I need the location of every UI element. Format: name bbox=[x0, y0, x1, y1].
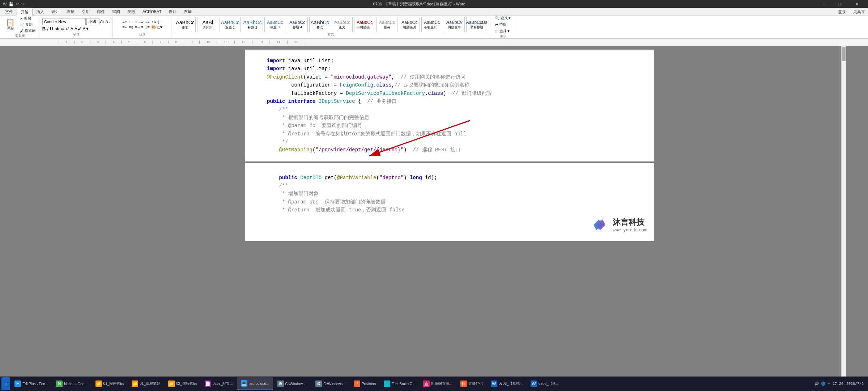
taskbar-microcloud[interactable]: 💻 microcloud... bbox=[237, 377, 273, 390]
tab-file[interactable]: 文件 bbox=[1, 8, 17, 16]
clipboard-group: 📋 粘贴 ✂ 剪切 📄 复制 🖌 格式刷 剪贴板 bbox=[1, 17, 39, 38]
taskbar-folder2[interactable]: 📁 01_课程笔记 bbox=[128, 377, 164, 390]
style-toc[interactable]: AaBbCcDs书籍标题 bbox=[466, 17, 487, 32]
shading-button[interactable]: 🎨 bbox=[151, 25, 156, 30]
copy-button[interactable]: 📄 复制 bbox=[18, 22, 37, 28]
windows2-label: C:\Windows... bbox=[323, 382, 346, 386]
format-painter-button[interactable]: 🖌 格式刷 bbox=[18, 28, 37, 34]
taskbar-folder1[interactable]: 📁 01_程序代码 bbox=[92, 377, 128, 390]
tab-mailings[interactable]: 邮件 bbox=[93, 8, 109, 16]
tab-references[interactable]: 引用 bbox=[78, 8, 93, 16]
font-color-button[interactable]: A▼ bbox=[83, 26, 89, 31]
taskbar-word1[interactable]: W 0706_【草稿... bbox=[487, 377, 526, 390]
tab-review[interactable]: 审阅 bbox=[109, 8, 124, 16]
taskbar-techsmith[interactable]: T TechSmith C... bbox=[380, 377, 419, 390]
align-left-button[interactable]: ≡← bbox=[122, 25, 127, 30]
replace-button[interactable]: ⇄ 替换 bbox=[494, 22, 513, 28]
tab-insert[interactable]: 插入 bbox=[33, 8, 48, 16]
multilevel-list-button[interactable]: ⊞ bbox=[135, 20, 137, 24]
superscript-button[interactable]: x² bbox=[66, 26, 69, 31]
subscript-button[interactable]: x₂ bbox=[61, 26, 64, 31]
cut-button[interactable]: ✂ 剪切 bbox=[18, 16, 37, 21]
minimize-button[interactable]: ─ bbox=[814, 0, 830, 8]
taskbar-doc1[interactable]: 📄 0207_配置... bbox=[201, 377, 237, 390]
show-marks-button[interactable]: ¶ bbox=[157, 20, 160, 24]
style-title[interactable]: AaBbCc要点 bbox=[309, 17, 330, 32]
vertical-scrollbar[interactable] bbox=[841, 46, 846, 384]
code-line-javadoc2-param: * @param dto 保存要增加部门的详细数据 bbox=[267, 198, 632, 206]
tab-layout2[interactable]: 布局 bbox=[180, 8, 195, 16]
quick-access-save[interactable]: 💾 bbox=[9, 2, 14, 7]
align-right-button[interactable]: ≡→ bbox=[135, 25, 140, 30]
taskbar-folder3[interactable]: 📁 02_课程代码 bbox=[165, 377, 200, 390]
sort-button[interactable]: ↕A bbox=[151, 20, 156, 24]
cut-icon: ✂ bbox=[20, 17, 23, 21]
paste-button[interactable]: 📋 粘贴 bbox=[4, 16, 17, 34]
code-line-get-method: public DeptDTO get(@PathVariable("deptno… bbox=[267, 174, 632, 182]
decrease-font-button[interactable]: A↓ bbox=[106, 20, 110, 24]
decrease-indent-button[interactable]: ←≡ bbox=[139, 20, 143, 24]
style-heading2[interactable]: AaBbCc标题 2 bbox=[242, 17, 263, 32]
style-book-title[interactable]: AaBbCv明显引用 bbox=[444, 17, 465, 32]
style-no-space[interactable]: AaBl无间距 bbox=[197, 17, 218, 32]
text-effect-button[interactable]: A bbox=[71, 26, 73, 31]
doc-scroll-area[interactable]: import java.util.List; import java.util.… bbox=[58, 46, 841, 384]
tab-layout[interactable]: 布局 bbox=[63, 8, 78, 16]
style-heading1[interactable]: AaBbCc标题 1 bbox=[220, 17, 241, 32]
taskbar-live1[interactable]: 直 叫响吗直播... bbox=[420, 377, 456, 390]
tab-design2[interactable]: 设计 bbox=[165, 8, 180, 16]
editing-label: 编辑 bbox=[500, 34, 507, 39]
tab-acrobat[interactable]: ACROBAT bbox=[139, 8, 165, 16]
style-emphasis[interactable]: AaBbCc不明显强... bbox=[354, 17, 375, 32]
taskbar-start-button[interactable]: ⊞ bbox=[1, 377, 10, 390]
tab-view[interactable]: 视图 bbox=[124, 8, 139, 16]
ribbon-tabs: 文件 开始 插入 设计 布局 引用 邮件 审阅 视图 ACROBAT 设计 布局… bbox=[0, 8, 868, 16]
borders-button[interactable]: □▼ bbox=[158, 25, 162, 30]
bullets-button[interactable]: ≡• bbox=[122, 20, 127, 24]
bold-button[interactable]: B bbox=[42, 26, 46, 31]
italic-button[interactable]: I bbox=[47, 26, 48, 31]
style-normal[interactable]: AaBbCc正文 bbox=[175, 17, 196, 32]
code-line-feign2: configuration = FeignConfig.class,// 定义要… bbox=[267, 81, 632, 89]
increase-font-button[interactable]: A↑ bbox=[100, 20, 105, 24]
align-center-button[interactable]: ≡⊙ bbox=[129, 25, 133, 30]
style-heading3[interactable]: AaBbCc标题 3 bbox=[264, 17, 285, 32]
taskbar-word2[interactable]: W 0706_【学... bbox=[527, 377, 562, 390]
taskbar-nacos[interactable]: N Nacos - Goo... bbox=[52, 377, 91, 390]
tab-design[interactable]: 设计 bbox=[48, 8, 63, 16]
scrollbar-thumb[interactable] bbox=[842, 47, 846, 61]
find-button[interactable]: 🔍 查找▼ bbox=[494, 15, 513, 21]
underline-button[interactable]: U bbox=[50, 26, 53, 31]
editplus-label: EditPlus - Foo... bbox=[22, 382, 48, 386]
style-strong[interactable]: AaBbCc强调 bbox=[376, 17, 397, 32]
style-heading4[interactable]: AaBbCc标题 4 bbox=[287, 17, 308, 32]
style-quote[interactable]: AaBbCc明显强调 bbox=[399, 17, 420, 32]
code-line-feign1: @FeignClient(value = "microcloud.gateway… bbox=[267, 73, 632, 81]
numbering-button[interactable]: 1. bbox=[129, 20, 133, 24]
taskbar-editplus[interactable]: E EditPlus - Foo... bbox=[11, 377, 52, 390]
taskbar-windows1[interactable]: ⚙ C:\Windows... bbox=[274, 377, 311, 390]
font-size-selector[interactable] bbox=[86, 18, 99, 25]
code-line-javadoc-desc: * 根据部门的编号获取部门的完整信息 bbox=[267, 114, 632, 122]
share-button[interactable]: 登录 只共享 bbox=[835, 9, 868, 16]
text-highlight-button[interactable]: A🖌 bbox=[75, 26, 81, 31]
justify-button[interactable]: ≡ bbox=[141, 25, 144, 30]
style-subtitle[interactable]: AaBbCc正文 bbox=[332, 17, 353, 32]
paste-icon: 📋 bbox=[6, 19, 15, 26]
tab-home[interactable]: 开始 bbox=[17, 8, 33, 16]
select-button[interactable]: ⬚ 选择▼ bbox=[494, 28, 513, 34]
increase-indent-button[interactable]: →≡ bbox=[145, 20, 150, 24]
taskbar-postman[interactable]: P Postman bbox=[350, 377, 379, 390]
nacos-label: Nacos - Goo... bbox=[64, 382, 87, 386]
quick-access-redo[interactable]: ↪ bbox=[21, 2, 25, 7]
folder1-label: 01_程序代码 bbox=[103, 381, 124, 386]
close-button[interactable]: ✕ bbox=[848, 0, 865, 8]
strikethrough-button[interactable]: ab̶ bbox=[55, 26, 59, 31]
taskbar-live2[interactable]: 伴 直播伴侣 bbox=[457, 377, 486, 390]
line-spacing-button[interactable]: ↕≡ bbox=[145, 25, 150, 30]
style-intense-ref[interactable]: AaBbCc不明显引... bbox=[421, 17, 442, 32]
font-family-selector[interactable] bbox=[42, 18, 86, 25]
taskbar-windows2[interactable]: ⚙ C:\Windows... bbox=[312, 377, 349, 390]
maximize-button[interactable]: □ bbox=[831, 0, 848, 8]
quick-access-undo[interactable]: ↩ bbox=[16, 2, 19, 7]
